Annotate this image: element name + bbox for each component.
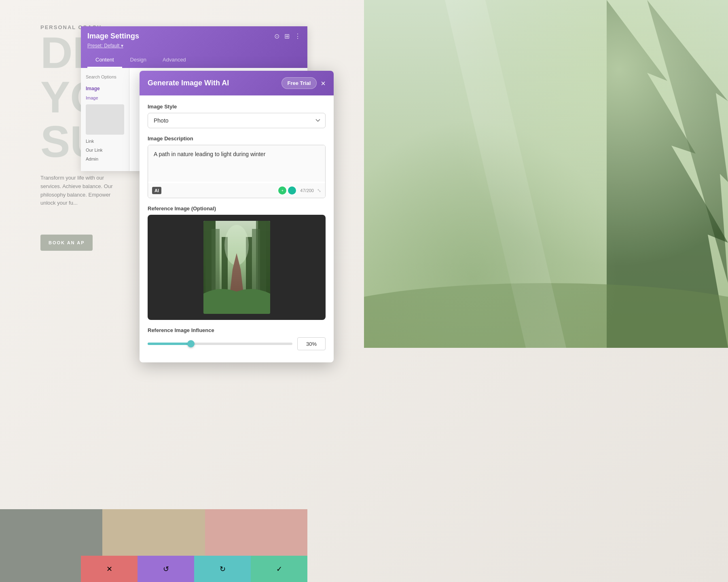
book-btn[interactable]: BOOK AN AP (40, 235, 93, 251)
influence-label: Reference Image Influence (148, 327, 326, 333)
reference-image-group: Reference Image (Optional) (148, 205, 326, 320)
tab-design[interactable]: Design (122, 53, 154, 68)
ai-modal-title: Generate Image With AI (148, 79, 229, 87)
tab-advanced[interactable]: Advanced (154, 53, 194, 68)
body-text: Transform your life with our services. A… (40, 174, 121, 207)
slider-row: 30% (148, 337, 326, 350)
panel-sidebar: Search Options Image Image Link Our Link… (81, 68, 129, 171)
ai-modal: Generate Image With AI Free Trial × Imag… (140, 71, 334, 362)
cancel-button[interactable]: ✕ (81, 556, 138, 582)
reference-forest-image (203, 221, 270, 314)
slider-thumb[interactable] (187, 340, 195, 347)
image-description-group: Image Description A path in nature leadi… (148, 135, 326, 198)
sidebar-item-image[interactable]: Image (86, 95, 124, 101)
image-description-textarea[interactable]: A path in nature leading to light during… (148, 145, 325, 182)
panel-header: Image Settings ⊙ ⊞ ⋮ Preset: Default ▾ C… (81, 26, 307, 68)
influence-section: Reference Image Influence 30% (148, 327, 326, 350)
panel-title-row: Image Settings ⊙ ⊞ ⋮ (87, 32, 301, 40)
background-forest-image (364, 0, 728, 348)
ai-badge: AI (152, 187, 161, 194)
redo-icon: ↻ (220, 565, 226, 574)
panel-icons: ⊙ ⊞ ⋮ (274, 32, 301, 40)
image-description-label: Image Description (148, 135, 326, 142)
image-style-group: Image Style Photo Illustration Painting … (148, 104, 326, 128)
reference-image-container[interactable] (148, 215, 326, 320)
sidebar-item-our-link[interactable]: Our Link (86, 147, 124, 153)
ai-modal-header: Generate Image With AI Free Trial × (140, 71, 334, 95)
sidebar-item-admin[interactable]: Admin (86, 156, 124, 162)
slider-track[interactable] (148, 343, 292, 345)
close-icon[interactable]: × (321, 79, 326, 87)
textarea-footer: AI + 47/200 ⤡ (148, 183, 325, 198)
textarea-controls: + 47/200 ⤡ (277, 186, 321, 195)
ai-modal-header-right: Free Trial × (281, 77, 326, 89)
image-style-label: Image Style (148, 104, 326, 110)
undo-icon: ↺ (163, 565, 169, 574)
char-count: 47/200 (300, 188, 314, 193)
reference-image-label: Reference Image (Optional) (148, 205, 326, 212)
ai-modal-body: Image Style Photo Illustration Painting … (140, 95, 334, 362)
confirm-icon: ✓ (276, 565, 282, 574)
preset-label[interactable]: Preset: Default ▾ (87, 43, 123, 49)
more-icon[interactable]: ⋮ (294, 32, 301, 40)
resize-handle[interactable]: ⤡ (317, 188, 321, 193)
target-icon[interactable]: ⊙ (274, 32, 279, 40)
action-bar: ✕ ↺ ↻ ✓ (81, 556, 307, 582)
textarea-container: A path in nature leading to light during… (148, 145, 326, 198)
columns-icon[interactable]: ⊞ (284, 32, 290, 40)
redo-button[interactable]: ↻ (194, 556, 251, 582)
avatar-teal (287, 186, 297, 195)
panel-preset[interactable]: Preset: Default ▾ (87, 43, 301, 49)
svg-point-1 (364, 283, 728, 348)
slider-fill (148, 343, 191, 345)
free-trial-badge[interactable]: Free Trial (281, 77, 317, 89)
search-options[interactable]: Search Options (86, 74, 124, 79)
cancel-icon: ✕ (106, 565, 112, 574)
panel-title: Image Settings (87, 32, 139, 40)
sidebar-item-link[interactable]: Link (86, 138, 124, 144)
avatar-green: + (277, 186, 287, 195)
panel-tabs: Content Design Advanced (87, 53, 301, 68)
tab-content[interactable]: Content (87, 53, 122, 68)
slider-value: 30% (297, 337, 326, 350)
svg-rect-0 (364, 0, 728, 348)
undo-button[interactable]: ↺ (138, 556, 194, 582)
avatar-group: + (277, 186, 297, 195)
image-style-select[interactable]: Photo Illustration Painting Sketch 3D Re… (148, 113, 326, 128)
sidebar-section-image: Image (86, 86, 124, 91)
image-thumbnail-placeholder (86, 104, 124, 135)
confirm-button[interactable]: ✓ (251, 556, 307, 582)
